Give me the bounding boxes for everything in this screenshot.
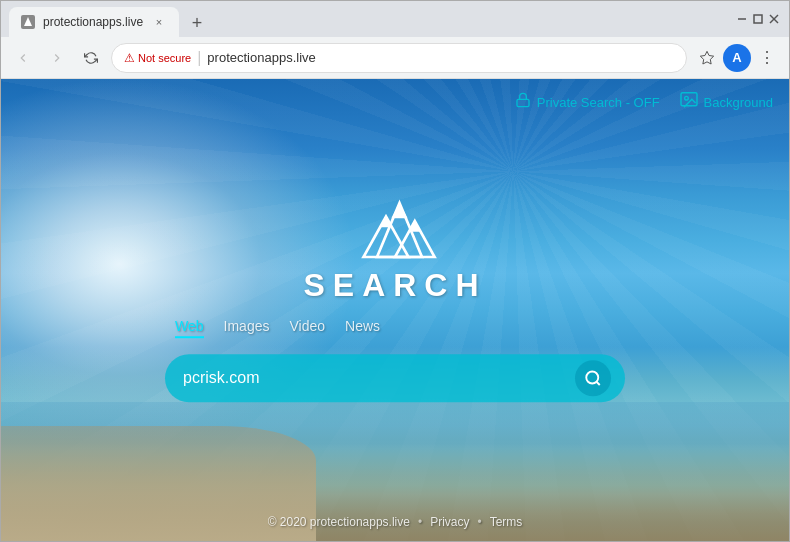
search-box-wrapper (165, 354, 625, 402)
svg-point-15 (586, 372, 598, 384)
security-text: Not secure (138, 52, 191, 64)
terms-link[interactable]: Terms (490, 515, 523, 529)
refresh-button[interactable] (77, 44, 105, 72)
tab-close-button[interactable]: × (151, 14, 167, 30)
logo-mountains-icon (350, 197, 440, 267)
address-input-wrapper[interactable]: ⚠ Not secure | (111, 43, 687, 73)
new-tab-button[interactable]: + (183, 9, 211, 37)
security-warning: ⚠ Not secure (124, 51, 191, 65)
page-top-controls: Private Search - OFF Background (515, 91, 773, 113)
nav-item-images[interactable]: Images (224, 318, 270, 338)
svg-line-16 (596, 382, 599, 385)
tab-favicon (21, 15, 35, 29)
image-icon (680, 92, 698, 112)
maximize-button[interactable] (751, 12, 765, 26)
search-button[interactable] (575, 360, 611, 396)
svg-rect-2 (754, 15, 762, 23)
url-input[interactable] (207, 50, 674, 65)
address-separator: | (197, 49, 201, 67)
bookmark-button[interactable] (693, 44, 721, 72)
close-window-button[interactable] (767, 12, 781, 26)
logo-container: SEARCH (303, 197, 486, 304)
nav-item-video[interactable]: Video (289, 318, 325, 338)
svg-marker-0 (24, 17, 32, 26)
search-nav: Web Images Video News (165, 318, 380, 338)
title-bar: protectionapps.live × + (1, 1, 789, 37)
footer-copyright: © 2020 protectionapps.live (268, 515, 410, 529)
logo-text: SEARCH (303, 267, 486, 304)
svg-rect-6 (517, 99, 529, 106)
tab-title: protectionapps.live (43, 15, 143, 29)
nav-item-web[interactable]: Web (175, 318, 204, 338)
svg-point-8 (684, 96, 688, 100)
minimize-button[interactable] (735, 12, 749, 26)
back-button[interactable] (9, 44, 37, 72)
footer-separator-1: • (418, 515, 422, 529)
center-content: SEARCH Web Images Video News (165, 197, 625, 402)
menu-button[interactable]: ⋮ (753, 44, 781, 72)
account-button[interactable]: A (723, 44, 751, 72)
page-footer: © 2020 protectionapps.live • Privacy • T… (268, 515, 523, 529)
search-input[interactable] (183, 369, 567, 387)
page-content: Private Search - OFF Background (1, 79, 789, 541)
forward-button[interactable] (43, 44, 71, 72)
private-search-label: Private Search - OFF (537, 95, 660, 110)
privacy-link[interactable]: Privacy (430, 515, 469, 529)
nav-item-news[interactable]: News (345, 318, 380, 338)
lock-icon (515, 91, 531, 113)
background-button[interactable]: Background (680, 92, 773, 112)
warning-icon: ⚠ (124, 51, 135, 65)
window-controls (735, 12, 781, 26)
toolbar-actions: A ⋮ (693, 44, 781, 72)
tab-area: protectionapps.live × + (9, 1, 731, 37)
svg-marker-13 (391, 203, 407, 218)
svg-marker-5 (700, 51, 713, 64)
search-box (165, 354, 625, 402)
footer-separator-2: • (477, 515, 481, 529)
address-bar: ⚠ Not secure | A ⋮ (1, 37, 789, 79)
background-label: Background (704, 95, 773, 110)
svg-rect-7 (681, 93, 697, 106)
browser-window: protectionapps.live × + (0, 0, 790, 542)
active-tab[interactable]: protectionapps.live × (9, 7, 179, 37)
private-search-toggle[interactable]: Private Search - OFF (515, 91, 660, 113)
